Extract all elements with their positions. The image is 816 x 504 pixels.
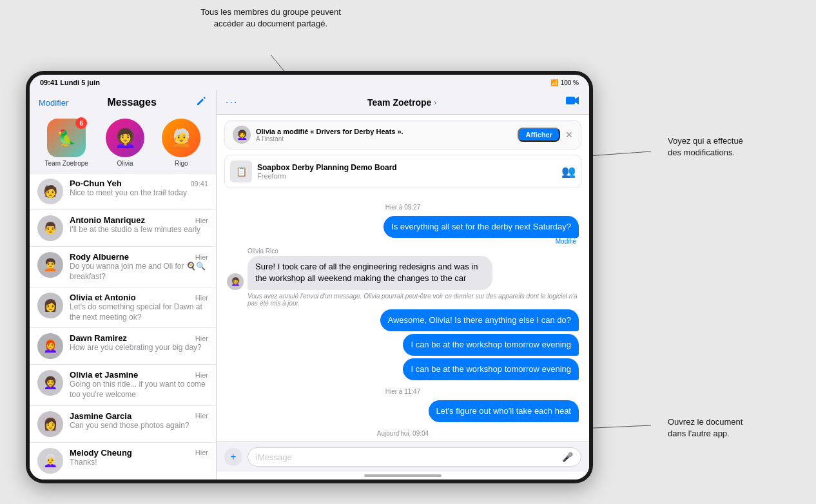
convo-time-antonio: Hier [195, 217, 208, 224]
annotation-top: Tous les membres du groupe peuventaccéde… [168, 6, 374, 30]
annotation-right-top: Voyez qui a effectuédes modifications. [668, 135, 797, 159]
convo-body-antonio: Antonio Manriquez Hier I'll be at the st… [70, 215, 208, 235]
message-group-olivia: Olivia Rico 👩‍🦱 Sure! I took care of all… [227, 247, 579, 289]
msg-avatar-olivia: 👩‍🦱 [227, 273, 244, 290]
status-bar: 09:41 Lundi 5 juin 📶 100 % [30, 75, 589, 90]
bubble-sent-3: I can be at the workshop tomorrow evenin… [403, 334, 579, 356]
sender-name-olivia: Olivia Rico [248, 247, 579, 255]
convo-item-jasmine[interactable]: 👩 Jasmine Garcia Hier Can you send those… [30, 406, 216, 443]
video-call-button[interactable] [566, 95, 580, 109]
edit-button[interactable]: Modifier [39, 98, 68, 108]
input-placeholder: iMessage [256, 452, 292, 462]
notif-title: Olivia a modifié « Drivers for Derby Hea… [256, 128, 512, 135]
convo-time-pochun: 09:41 [190, 180, 208, 188]
message-row-sent-2: Awesome, Olivia! Is there anything else … [227, 309, 579, 331]
convo-name-jasmine: Jasmine Garcia [70, 411, 131, 421]
convo-body-rody: Rody Albuerne Hier Do you wanna join me … [70, 252, 208, 282]
pinned-name-rigo: Rigo [175, 160, 188, 168]
conversation-list: 🧑 Po-Chun Yeh 09:41 Nice to meet you on … [30, 173, 216, 480]
convo-name-antonio: Antonio Manriquez [70, 215, 145, 225]
header-dots[interactable]: ··· [226, 97, 238, 108]
convo-body-pochun: Po-Chun Yeh 09:41 Nice to meet you on th… [70, 179, 208, 199]
convo-item-rody[interactable]: 🧑‍🦱 Rody Albuerne Hier Do you wanna join… [30, 247, 216, 287]
svg-rect-3 [566, 97, 575, 104]
convo-body-dawn: Dawn Ramirez Hier How are you celebratin… [70, 333, 208, 353]
convo-avatar-pochun: 🧑 [37, 179, 63, 204]
time-label-1: Hier à 09:27 [227, 204, 579, 211]
battery-icon: 100 % [561, 79, 579, 86]
message-row-sent-3: I can be at the workshop tomorrow evenin… [227, 334, 579, 356]
ipad-screen: 09:41 Lundi 5 juin 📶 100 % Modifier Mess… [30, 75, 589, 480]
badge-team-zoetrope: 6 [75, 117, 87, 129]
cancelled-message: Vous avez annulé l'envoi d'un message. O… [248, 293, 579, 307]
chat-area: ··· Team Zoetrope › 👩‍🦱 [217, 90, 589, 480]
shared-card-title: Soapbox Derby Planning Demo Board [257, 163, 556, 172]
convo-time-melody: Hier [195, 449, 208, 456]
convo-avatar-olivia-jasmine: 👩‍🦱 [37, 370, 63, 396]
sidebar: Modifier Messages 🦜 6 [30, 90, 217, 480]
pinned-section: 🦜 6 Team Zoetrope 👩‍🦱 Olivia 🧑‍🦳 [30, 113, 216, 173]
status-right: 📶 100 % [550, 79, 579, 86]
convo-preview-jasmine: Can you send those photos again? [70, 421, 208, 431]
chat-title-area[interactable]: Team Zoetrope › [367, 97, 436, 108]
annotation-right-bottom: Ouvrez le documentdans l'autre app. [668, 416, 797, 440]
home-indicator [364, 474, 442, 477]
convo-preview-antonio: I'll be at the studio a few minutes earl… [70, 225, 208, 235]
convo-item-antonio[interactable]: 👨 Antonio Manriquez Hier I'll be at the … [30, 210, 216, 247]
pinned-name-team-zoetrope: Team Zoetrope [45, 160, 88, 168]
convo-preview-melody: Thanks! [70, 458, 208, 468]
message-row-sent-5: Let's figure out who'll take each heat [227, 400, 579, 422]
add-attachment-button[interactable]: + [224, 448, 242, 466]
bubble-sent-2: Awesome, Olivia! Is there anything else … [380, 309, 579, 331]
convo-name-pochun: Po-Chun Yeh [70, 179, 122, 188]
bubble-received-1: Sure! I took care of all the engineering… [248, 256, 492, 289]
convo-item-pochun[interactable]: 🧑 Po-Chun Yeh 09:41 Nice to meet you on … [30, 173, 216, 210]
bubble-sent-4: I can be at the workshop tomorrow evenin… [403, 358, 579, 380]
message-input[interactable]: iMessage 🎤 [248, 447, 581, 467]
convo-avatar-dawn: 👩‍🦰 [37, 333, 63, 359]
notif-avatar: 👩‍🦱 [233, 126, 251, 144]
message-row-sent-1: Is everything all set for the derby next… [227, 216, 579, 245]
convo-avatar-jasmine: 👩 [37, 411, 63, 437]
message-row-sent-4: I can be at the workshop tomorrow evenin… [227, 358, 579, 380]
convo-time-rody: Hier [195, 253, 208, 261]
convo-body-olivia-jasmine: Olivia et Jasmine Hier Going on this rid… [70, 370, 208, 400]
pinned-item-olivia[interactable]: 👩‍🦱 Olivia [106, 119, 144, 168]
convo-preview-olivia-jasmine: Going on this ride... if you want to com… [70, 380, 208, 400]
convo-time-olivia-antonio: Hier [195, 294, 208, 302]
bubble-sent-5: Let's figure out who'll take each heat [429, 400, 579, 422]
convo-body-melody: Melody Cheung Hier Thanks! [70, 448, 208, 468]
convo-avatar-olivia-antonio: 👩 [37, 293, 63, 318]
messages-area: Hier à 09:27 Is everything all set for t… [217, 193, 589, 441]
pinned-item-rigo[interactable]: 🧑‍🦳 Rigo [162, 119, 200, 168]
time-label-3: Aujourd'hui, 09:04 [227, 430, 579, 437]
modified-label: Modifié [384, 238, 576, 245]
convo-name-melody: Melody Cheung [70, 448, 132, 458]
convo-name-dawn: Dawn Ramirez [70, 333, 127, 343]
convo-item-olivia-antonio[interactable]: 👩 Olivia et Antonio Hier Let's do someth… [30, 287, 216, 328]
convo-item-dawn[interactable]: 👩‍🦰 Dawn Ramirez Hier How are you celebr… [30, 328, 216, 365]
status-time: 09:41 Lundi 5 juin [40, 79, 100, 86]
main-content: Modifier Messages 🦜 6 [30, 90, 589, 480]
ipad-frame: 09:41 Lundi 5 juin 📶 100 % Modifier Mess… [26, 71, 593, 483]
chat-title: Team Zoetrope [367, 97, 431, 108]
time-label-2: Hier à 11:47 [227, 388, 579, 395]
convo-time-olivia-jasmine: Hier [195, 371, 208, 379]
notif-actions: Afficher ✕ [518, 128, 573, 142]
bubble-sent-1: Is everything all set for the derby next… [384, 216, 579, 238]
pinned-item-team-zoetrope[interactable]: 🦜 6 Team Zoetrope [45, 119, 88, 168]
collab-icon: 👥 [561, 164, 576, 179]
shared-card[interactable]: 📋 Soapbox Derby Planning Demo Board Free… [224, 155, 581, 188]
convo-body-jasmine: Jasmine Garcia Hier Can you send those p… [70, 411, 208, 431]
convo-preview-pochun: Nice to meet you on the trail today [70, 188, 208, 199]
convo-name-rody: Rody Albuerne [70, 252, 129, 262]
afficher-button[interactable]: Afficher [518, 128, 560, 142]
shared-card-info: Soapbox Derby Planning Demo Board Freefo… [257, 163, 556, 180]
convo-time-jasmine: Hier [195, 412, 208, 420]
close-button[interactable]: ✕ [565, 130, 573, 140]
convo-item-melody[interactable]: 👩‍🦳 Melody Cheung Hier Thanks! [30, 443, 216, 479]
convo-item-olivia-jasmine[interactable]: 👩‍🦱 Olivia et Jasmine Hier Going on this… [30, 365, 216, 405]
compose-button[interactable] [195, 95, 207, 110]
mic-icon[interactable]: 🎤 [562, 452, 573, 462]
wifi-icon: 📶 [550, 79, 558, 86]
